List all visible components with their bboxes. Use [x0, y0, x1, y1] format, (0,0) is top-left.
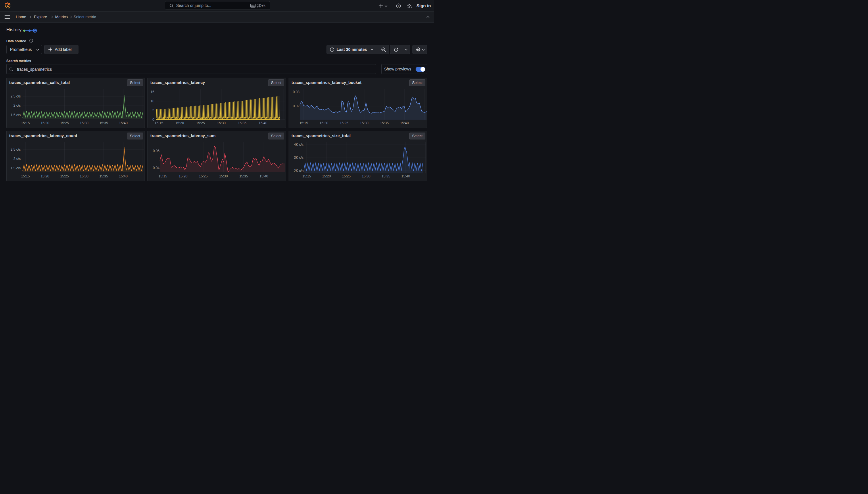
svg-text:15:30: 15:30: [360, 121, 369, 125]
svg-text:0.02: 0.02: [293, 104, 300, 108]
svg-text:1.5 c/s: 1.5 c/s: [11, 113, 21, 117]
svg-text:15:30: 15:30: [80, 121, 88, 125]
svg-text:15:35: 15:35: [99, 174, 108, 178]
svg-text:15:20: 15:20: [175, 121, 184, 125]
svg-text:15:25: 15:25: [60, 121, 69, 125]
svg-text:15:40: 15:40: [259, 121, 267, 125]
svg-text:0.03: 0.03: [293, 90, 300, 94]
svg-text:15:35: 15:35: [238, 121, 246, 125]
svg-text:15:35: 15:35: [239, 174, 248, 178]
svg-text:15:20: 15:20: [320, 121, 328, 125]
svg-text:2.5 c/s: 2.5 c/s: [11, 94, 21, 98]
svg-text:15:25: 15:25: [60, 174, 69, 178]
svg-text:15:20: 15:20: [41, 174, 49, 178]
svg-text:10: 10: [151, 99, 155, 103]
svg-text:15:40: 15:40: [119, 174, 127, 178]
svg-text:1.5 c/s: 1.5 c/s: [11, 166, 21, 170]
svg-text:15:20: 15:20: [41, 121, 49, 125]
svg-text:2 c/s: 2 c/s: [14, 103, 21, 108]
svg-text:0.04: 0.04: [153, 166, 160, 170]
svg-text:15:30: 15:30: [80, 174, 88, 178]
svg-text:15:15: 15:15: [155, 121, 163, 125]
svg-text:15:30: 15:30: [217, 121, 225, 125]
svg-text:15:25: 15:25: [196, 121, 205, 125]
svg-text:0.06: 0.06: [153, 149, 160, 153]
svg-text:15:40: 15:40: [401, 174, 410, 178]
svg-text:15:25: 15:25: [342, 174, 351, 178]
svg-text:2.5 c/s: 2.5 c/s: [11, 148, 21, 152]
svg-text:4K c/s: 4K c/s: [294, 142, 303, 147]
svg-text:15:15: 15:15: [21, 121, 29, 125]
svg-text:15:30: 15:30: [219, 174, 228, 178]
svg-text:15:35: 15:35: [382, 174, 390, 178]
svg-text:15:40: 15:40: [400, 121, 409, 125]
svg-text:15:15: 15:15: [299, 121, 308, 125]
svg-text:2K c/s: 2K c/s: [294, 169, 303, 173]
svg-text:15:35: 15:35: [380, 121, 389, 125]
svg-text:15:25: 15:25: [199, 174, 208, 178]
svg-text:15:20: 15:20: [179, 174, 188, 178]
svg-text:0: 0: [152, 118, 154, 121]
svg-text:3K c/s: 3K c/s: [294, 155, 303, 159]
svg-text:15:15: 15:15: [21, 174, 29, 178]
svg-text:5: 5: [152, 108, 154, 112]
svg-text:15: 15: [151, 90, 155, 94]
svg-text:15:30: 15:30: [362, 174, 371, 178]
svg-text:15:40: 15:40: [259, 174, 268, 178]
svg-text:15:15: 15:15: [302, 174, 311, 178]
svg-text:15:35: 15:35: [99, 121, 108, 125]
svg-text:15:25: 15:25: [340, 121, 348, 125]
svg-text:2 c/s: 2 c/s: [14, 157, 21, 161]
svg-text:15:20: 15:20: [322, 174, 331, 178]
svg-text:15:15: 15:15: [158, 174, 167, 178]
svg-text:15:40: 15:40: [119, 121, 127, 125]
